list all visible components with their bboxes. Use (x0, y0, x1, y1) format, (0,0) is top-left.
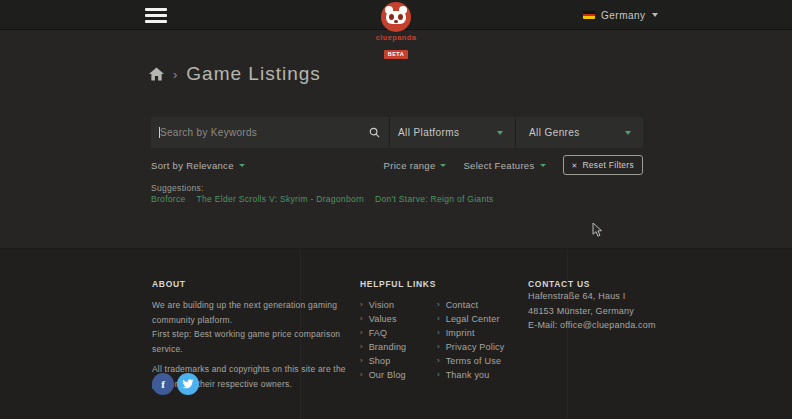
platforms-label: All Platforms (398, 127, 459, 138)
mouse-cursor (592, 222, 603, 238)
chevron-right-icon: › (360, 301, 363, 309)
genres-label: All Genres (529, 127, 580, 138)
footer-link-contact[interactable]: ›Contact (437, 298, 505, 312)
sort-label: Sort by Relevance (151, 160, 234, 171)
footer-link-privacy-policy[interactable]: ›Privacy Policy (437, 340, 505, 354)
select-features-dropdown[interactable]: Select Features (463, 160, 545, 171)
footer-link-our-blog[interactable]: ›Our Blog (360, 368, 437, 382)
suggestion-link[interactable]: The Elder Scrolls V: Skyrim - Dragonborn (197, 194, 365, 204)
cluepanda-logo[interactable]: cluepanda BETA (370, 2, 422, 60)
footer-contact-section: CONTACT US Hafenstraße 64, Haus I 48153 … (528, 279, 656, 333)
chevron-right-icon: › (360, 315, 363, 323)
helpful-links-heading: HELPFUL LINKS (360, 279, 505, 289)
chevron-down-icon (239, 164, 245, 167)
chevron-down-icon (497, 131, 503, 135)
footer-link-thank-you[interactable]: ›Thank you (437, 368, 505, 382)
beta-badge: BETA (384, 50, 409, 59)
facebook-icon: f (161, 378, 165, 390)
twitter-button[interactable] (177, 373, 199, 395)
search-box (151, 117, 389, 148)
chevron-right-icon: › (437, 371, 440, 379)
suggestions-label: Suggestions: (151, 183, 204, 193)
footer-link-vision[interactable]: ›Vision (360, 298, 437, 312)
footer-link-legal-center[interactable]: ›Legal Center (437, 312, 505, 326)
chevron-right-icon: › (437, 329, 440, 337)
footer-divider (567, 249, 568, 419)
social-buttons: f (152, 373, 199, 395)
breadcrumb-chevron-icon: › (173, 67, 177, 82)
select-features-label: Select Features (463, 160, 534, 171)
platforms-dropdown[interactable]: All Platforms (390, 117, 515, 148)
helpful-links-column-1: ›Vision ›Values ›FAQ ›Branding ›Shop ›Ou… (360, 298, 437, 382)
helpful-links-column-2: ›Contact ›Legal Center ›Imprint ›Privacy… (437, 298, 505, 382)
brand-name: cluepanda (370, 33, 422, 42)
price-range-dropdown[interactable]: Price range (384, 160, 447, 171)
contact-email-line: E-Mail: office@cluepanda.com (528, 318, 656, 333)
suggestion-link[interactable]: Don't Starve: Reign of Giants (375, 194, 494, 204)
about-text: First step: Best working game price comp… (152, 327, 370, 356)
chevron-right-icon: › (360, 329, 363, 337)
footer-links-section: HELPFUL LINKS ›Vision ›Values ›FAQ ›Bran… (360, 279, 505, 382)
germany-flag-icon (583, 11, 595, 19)
filter-row: Sort by Relevance Price range Select Fea… (151, 155, 643, 175)
language-selector[interactable]: Germany (583, 7, 658, 23)
chevron-right-icon: › (437, 301, 440, 309)
breadcrumb: › Game Listings (149, 63, 321, 85)
chevron-right-icon: › (360, 357, 363, 365)
contact-address-line: Hafenstraße 64, Haus I (528, 289, 656, 304)
footer-link-shop[interactable]: ›Shop (360, 354, 437, 368)
footer-link-terms-of-use[interactable]: ›Terms of Use (437, 354, 505, 368)
footer-link-faq[interactable]: ›FAQ (360, 326, 437, 340)
email-label: E-Mail: (528, 320, 557, 330)
price-range-label: Price range (384, 160, 436, 171)
sort-dropdown[interactable]: Sort by Relevance (151, 160, 245, 171)
about-text: We are building up the next generation g… (152, 298, 370, 327)
close-icon: ✕ (572, 162, 578, 169)
home-icon[interactable] (149, 67, 164, 81)
twitter-icon (182, 378, 194, 390)
chevron-right-icon: › (437, 315, 440, 323)
search-input[interactable] (151, 117, 389, 148)
contact-us-heading: CONTACT US (528, 279, 656, 289)
text-caret (159, 127, 160, 138)
chevron-right-icon: › (360, 371, 363, 379)
footer: ABOUT We are building up the next genera… (0, 248, 792, 419)
genres-dropdown[interactable]: All Genres (516, 117, 643, 148)
chevron-right-icon: › (437, 343, 440, 351)
language-label: Germany (601, 10, 646, 21)
chevron-right-icon: › (437, 357, 440, 365)
chevron-right-icon: › (360, 343, 363, 351)
email-link[interactable]: office@cluepanda.com (560, 320, 656, 330)
page-title: Game Listings (186, 63, 320, 85)
page: Germany cluepanda BETA › Game Listings (0, 0, 792, 419)
panda-logo-icon (381, 2, 411, 32)
facebook-button[interactable]: f (152, 373, 174, 395)
chevron-down-icon (652, 13, 658, 17)
footer-link-branding[interactable]: ›Branding (360, 340, 437, 354)
chevron-down-icon (440, 164, 446, 167)
reset-filters-button[interactable]: ✕ Reset Filters (563, 155, 643, 175)
hamburger-icon (145, 8, 167, 11)
search-panel: All Platforms All Genres (151, 117, 643, 148)
footer-link-values[interactable]: ›Values (360, 312, 437, 326)
suggestions-links: Broforce The Elder Scrolls V: Skyrim - D… (151, 194, 494, 204)
hamburger-menu-button[interactable] (145, 8, 167, 23)
chevron-down-icon (540, 164, 546, 167)
contact-address-line: 48153 Münster, Germany (528, 304, 656, 319)
chevron-down-icon (625, 131, 631, 135)
about-heading: ABOUT (152, 279, 370, 289)
footer-link-imprint[interactable]: ›Imprint (437, 326, 505, 340)
search-icon[interactable] (369, 127, 380, 138)
suggestion-link[interactable]: Broforce (151, 194, 186, 204)
reset-filters-label: Reset Filters (582, 160, 634, 170)
